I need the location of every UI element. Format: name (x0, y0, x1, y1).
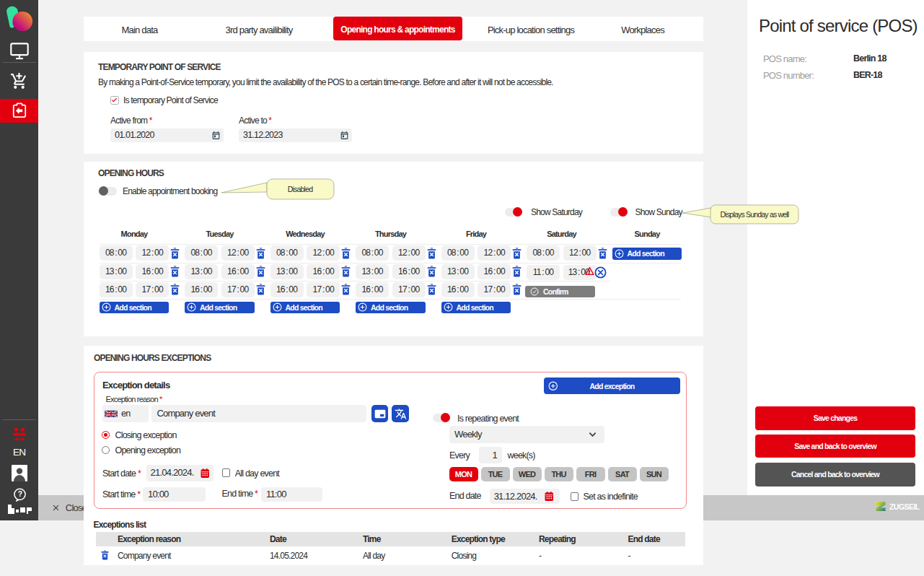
svg-text:ZUGSEIL: ZUGSEIL (889, 502, 920, 511)
svg-text:Disabled: Disabled (288, 185, 313, 193)
svg-text:Displays Sunday as well: Displays Sunday as well (721, 210, 789, 219)
svg-text:?: ? (17, 490, 22, 498)
